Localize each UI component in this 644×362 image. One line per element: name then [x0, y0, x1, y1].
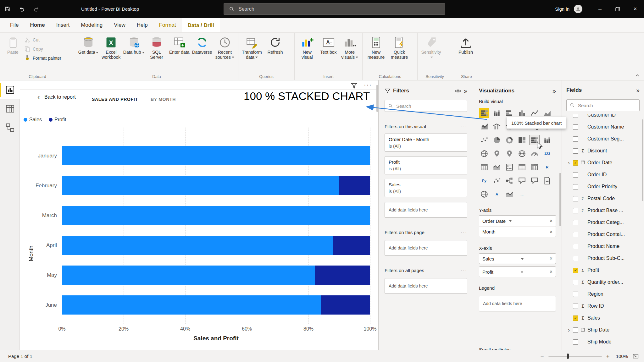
- field-item-customer-id[interactable]: Customer ID: [566, 114, 640, 121]
- field-item-profit[interactable]: ✓ΣProfit: [566, 264, 640, 276]
- filter-card-sales[interactable]: Salesis (All): [385, 179, 467, 197]
- ribbon-item-more-visuals[interactable]: More visuals: [339, 35, 360, 60]
- field-checkbox[interactable]: [573, 292, 578, 297]
- field-item-discount[interactable]: ΣDiscount: [566, 145, 640, 157]
- field-checkbox[interactable]: [573, 124, 578, 130]
- viz-icon-kpi[interactable]: [491, 162, 502, 172]
- field-checkbox[interactable]: [573, 244, 578, 249]
- bar-february[interactable]: [62, 176, 370, 195]
- fields-pane-scrollbar[interactable]: [642, 119, 643, 201]
- filter-card-order-date-month[interactable]: Order Date - Monthis (All): [385, 134, 467, 152]
- viz-icon-treemap[interactable]: [517, 135, 527, 145]
- viz-icon-table[interactable]: [517, 162, 527, 172]
- fields-search-input[interactable]: Search: [566, 99, 640, 111]
- ribbon-tab-data-drill[interactable]: Data / Drill: [182, 18, 220, 32]
- field-checkbox[interactable]: [573, 220, 578, 225]
- redo-button[interactable]: [29, 0, 43, 18]
- ribbon-collapse-button[interactable]: [634, 73, 641, 78]
- remove-field-icon[interactable]: ×: [550, 218, 552, 224]
- field-checkbox[interactable]: ✓: [573, 160, 578, 166]
- ribbon-tab-view[interactable]: View: [108, 18, 131, 32]
- collapse-pane-icon[interactable]: »: [552, 87, 556, 95]
- viz-icon-scatter-chart[interactable]: [479, 135, 489, 145]
- field-item-order-id[interactable]: Order ID: [566, 169, 640, 181]
- add-data-fields-well[interactable]: Add data fields here: [385, 202, 467, 218]
- viz-icon-python-visual[interactable]: Py: [479, 175, 489, 186]
- ribbon-item-enter-data[interactable]: Enter data: [168, 35, 191, 55]
- stacked-bar-chart-visual[interactable]: Month JanuaryFebruaryMarchAprilMayJune 0…: [22, 128, 372, 342]
- field-item-order-date[interactable]: ›✓Order Date: [566, 157, 640, 169]
- more-options-icon[interactable]: ···: [461, 124, 467, 129]
- viz-icon-map[interactable]: [479, 148, 489, 159]
- bar-march[interactable]: [62, 206, 370, 225]
- field-checkbox[interactable]: ✓: [573, 315, 578, 321]
- remove-field-icon[interactable]: ×: [550, 229, 552, 235]
- field-item-product-sub-c[interactable]: Product Sub-C...: [566, 252, 640, 264]
- filters-search-input[interactable]: Search: [385, 100, 467, 112]
- ribbon-item-refresh[interactable]: Refresh: [264, 35, 287, 55]
- field-checkbox[interactable]: [573, 148, 578, 154]
- viz-pane-scrollbar[interactable]: [559, 173, 561, 226]
- viz-icon-slicer[interactable]: [504, 162, 514, 172]
- viz-icon-decomposition-tree[interactable]: [504, 175, 514, 186]
- viz-icon-line-and-stacked-column-chart[interactable]: [491, 121, 502, 132]
- rail-item-data-view[interactable]: [0, 99, 20, 118]
- viz-icon-power-apps[interactable]: A: [491, 189, 502, 199]
- zoom-in-button[interactable]: +: [606, 353, 610, 359]
- ribbon-item-paste[interactable]: Paste: [2, 35, 24, 55]
- well-field-month[interactable]: Month×: [479, 226, 556, 237]
- ribbon-tab-modeling[interactable]: Modeling: [75, 18, 108, 32]
- ribbon-item-copy[interactable]: Copy: [24, 46, 61, 52]
- field-checkbox[interactable]: [573, 256, 578, 261]
- fit-to-page-icon[interactable]: [632, 353, 639, 359]
- ribbon-tab-file[interactable]: File: [4, 18, 24, 32]
- filter-card-profit[interactable]: Profitis (All): [385, 156, 467, 174]
- bar-june[interactable]: [62, 295, 370, 315]
- chevron-down-icon[interactable]: [521, 258, 524, 260]
- ribbon-item-new-measure[interactable]: New measure: [364, 35, 388, 60]
- rail-item-report-view[interactable]: [0, 80, 20, 99]
- viz-icon-get-more-visuals[interactable]: ...: [517, 189, 527, 199]
- sign-in-link[interactable]: Sign in: [555, 6, 569, 12]
- field-checkbox[interactable]: [573, 196, 578, 201]
- viz-icon-metrics[interactable]: [504, 189, 514, 199]
- ribbon-item-text-box[interactable]: AText box: [318, 35, 339, 55]
- collapse-pane-icon[interactable]: »: [464, 87, 467, 95]
- viz-icon-100-stacked-bar-chart[interactable]: [529, 135, 540, 145]
- more-options-icon[interactable]: ···: [461, 268, 467, 273]
- field-checkbox[interactable]: [573, 304, 578, 309]
- well-field-order-date[interactable]: Order Date×: [479, 216, 556, 226]
- back-to-report[interactable]: ‹ Back to report: [37, 94, 76, 100]
- zoom-out-button[interactable]: −: [540, 353, 544, 359]
- more-options-icon[interactable]: ···: [461, 230, 467, 235]
- field-item-customer-name[interactable]: Customer Name: [566, 121, 640, 133]
- viz-icon-shape-map[interactable]: [504, 148, 514, 159]
- well-legend-placeholder[interactable]: Add data fields here: [479, 296, 556, 311]
- add-data-fields-well[interactable]: Add data fields here: [385, 240, 467, 256]
- bar-january[interactable]: [62, 146, 370, 165]
- ribbon-item-transform-data[interactable]: Transform data: [240, 35, 264, 60]
- viz-icon-gauge[interactable]: [529, 148, 540, 159]
- viz-icon-stacked-bar-chart[interactable]: [479, 108, 489, 118]
- ribbon-item-dataverse[interactable]: Dataverse: [191, 35, 213, 55]
- eye-icon[interactable]: [455, 88, 461, 94]
- field-item-order-priority[interactable]: Order Priority: [566, 181, 640, 193]
- save-button[interactable]: [0, 0, 14, 18]
- field-checkbox[interactable]: [573, 280, 578, 285]
- field-checkbox[interactable]: [573, 136, 578, 142]
- ribbon-tab-format[interactable]: Format: [153, 18, 182, 32]
- field-item-ship-date[interactable]: ›Ship Date: [566, 324, 640, 336]
- viz-icon-matrix[interactable]: [529, 162, 540, 172]
- field-checkbox[interactable]: [573, 184, 578, 189]
- collapse-pane-icon[interactable]: »: [636, 87, 640, 94]
- viz-icon-smart-narrative[interactable]: [529, 175, 540, 186]
- ribbon-item-get-data[interactable]: Get data: [77, 35, 100, 55]
- ribbon-item-new-visual[interactable]: New visual: [297, 35, 318, 60]
- visual-more-options-icon[interactable]: ···: [364, 81, 372, 88]
- viz-icon-filled-map[interactable]: [491, 148, 502, 159]
- field-item-product-name[interactable]: Product Name: [566, 240, 640, 252]
- ribbon-item-sensitivity[interactable]: Sensitivity: [419, 35, 443, 60]
- avatar[interactable]: [574, 5, 582, 13]
- viz-icon-card[interactable]: 123: [542, 148, 552, 159]
- maximize-button[interactable]: [609, 0, 626, 18]
